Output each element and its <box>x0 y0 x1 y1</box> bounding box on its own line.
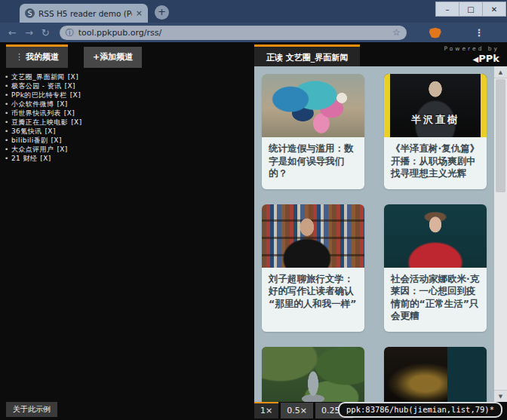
back-icon[interactable]: ← <box>8 27 17 38</box>
poster-text: 半沢直樹 <box>384 113 487 127</box>
article-image <box>384 204 487 268</box>
channel-label[interactable]: 文艺圈_界面新闻 <box>11 73 65 81</box>
tab-title: RSS H5 reader demo (Powered <box>38 9 132 18</box>
channel-item: 大众点评用户[X] <box>5 145 246 154</box>
channel-label[interactable]: 36氪快讯 <box>11 127 41 135</box>
channel-remove[interactable]: [X] <box>64 109 75 117</box>
scrollbar-thumb[interactable] <box>496 79 505 192</box>
channel-remove[interactable]: [X] <box>45 127 55 135</box>
channel-item: 极客公园 - 资讯[X] <box>5 81 246 90</box>
browser-navbar: ← → ↻ ⓘ tool.ppkpub.org/rss/ ☆ ⋮ <box>0 23 507 42</box>
article-image <box>384 347 487 403</box>
reload-icon[interactable]: ↻ <box>41 27 50 38</box>
forward-icon[interactable]: → <box>25 27 33 38</box>
article-card[interactable]: 社会活动家娜欧米·克莱因：一心想回到疫情前的“正常生活”只会更糟 <box>384 204 487 332</box>
channel-remove[interactable]: [X] <box>70 91 81 99</box>
channel-label[interactable]: 豆瓣正在上映电影 <box>11 118 68 126</box>
minimize-button[interactable]: – <box>435 2 459 17</box>
channel-label[interactable]: 大众点评用户 <box>11 146 54 153</box>
article-card[interactable]: 刘子超聊旅行文学：好的写作让读者确认“那里的人和我一样” <box>262 204 364 332</box>
channel-item: 36氪快讯[X] <box>5 127 246 136</box>
tab-favicon-icon: S <box>25 8 35 18</box>
article-image <box>262 74 364 137</box>
channel-item: PPk的巴比特专栏[X] <box>5 90 246 100</box>
channel-label[interactable]: 币世界快讯列表 <box>11 109 61 117</box>
channel-label[interactable]: 21 财经 <box>11 155 37 162</box>
bookmark-star-icon[interactable]: ☆ <box>392 27 401 38</box>
scroll-up-icon[interactable]: ▲ <box>494 66 507 78</box>
window-controls: – □ ✕ <box>436 2 506 17</box>
channel-remove[interactable]: [X] <box>71 118 81 126</box>
channel-remove[interactable]: [X] <box>65 82 75 90</box>
feed-scrollbar[interactable]: ▲ ▼ <box>494 66 507 402</box>
article-image: 半沢直樹 <box>384 74 487 137</box>
channel-remove[interactable]: [X] <box>40 155 51 162</box>
article-card[interactable]: 《奥州小道》：松尾芭 <box>262 347 364 403</box>
close-button[interactable]: ✕ <box>482 2 506 17</box>
channel-item: 币世界快讯列表[X] <box>5 109 246 118</box>
channel-remove[interactable]: [X] <box>51 136 61 144</box>
zoom-05x-button[interactable]: 0.5× <box>281 403 313 418</box>
article-title: 《半泽直树·复仇篇》开播：从职场爽剧中找寻理想主义光辉 <box>384 137 487 189</box>
browser-menu-icon[interactable]: ⋮ <box>475 27 484 38</box>
url-text[interactable]: tool.ppkpub.org/rss/ <box>78 28 388 38</box>
channel-remove[interactable]: [X] <box>57 100 67 108</box>
article-title: 社会活动家娜欧米·克莱因：一心想回到疫情前的“正常生活”只会更糟 <box>384 268 487 332</box>
url-bar[interactable]: ⓘ tool.ppkpub.org/rss/ ☆ <box>60 26 407 40</box>
list-icon: ⋮ <box>15 52 23 62</box>
browser-titlebar: S RSS H5 reader demo (Powered × + – □ ✕ <box>0 0 507 23</box>
channel-label[interactable]: PPk的巴比特专栏 <box>11 91 67 99</box>
article-title: 刘子超聊旅行文学：好的写作让读者确认“那里的人和我一样” <box>262 268 364 320</box>
article-image <box>262 347 364 403</box>
zoom-1x-button[interactable]: 1× <box>254 402 278 418</box>
article-image <box>262 204 364 268</box>
channel-list: 文艺圈_界面新闻[X] 极客公园 - 资讯[X] PPk的巴比特专栏[X] 小众… <box>5 72 246 163</box>
channel-remove[interactable]: [X] <box>57 146 67 153</box>
ppk-address-badge[interactable]: ppk:83786/hub(jiemian,list,79)* <box>338 402 502 418</box>
add-channel-button[interactable]: +添加频道 <box>84 47 142 68</box>
my-channels-label: 我的频道 <box>26 52 59 62</box>
browser-tab[interactable]: S RSS H5 reader demo (Powered × <box>20 4 148 23</box>
site-info-icon[interactable]: ⓘ <box>66 27 74 38</box>
channel-label[interactable]: 小众软件微博 <box>11 100 54 108</box>
article-title: 统计造假与滥用：数字是如何误导我们的？ <box>262 137 364 189</box>
about-example-button[interactable]: 关于此示例 <box>6 402 57 417</box>
powered-by-text: Powered by <box>444 45 499 52</box>
article-card[interactable]: 统计造假与滥用：数字是如何误导我们的？ <box>262 74 364 189</box>
channel-label[interactable]: bilibili番剧 <box>11 136 48 144</box>
tab-close-icon[interactable]: × <box>136 8 143 18</box>
channel-item: 21 财经[X] <box>5 154 246 163</box>
channel-item: 小众软件微博[X] <box>5 100 246 109</box>
channel-remove[interactable]: [X] <box>68 73 78 81</box>
article-card[interactable]: 居家工作的日子里，你 <box>384 347 487 403</box>
metamask-fox-icon[interactable] <box>429 27 441 38</box>
channel-item: 文艺圈_界面新闻[X] <box>5 72 246 81</box>
my-channels-button[interactable]: ⋮我的频道 <box>6 44 68 68</box>
ppk-logo-text: PPk <box>478 53 499 64</box>
scroll-down-icon[interactable]: ▼ <box>494 390 507 402</box>
article-card[interactable]: 半沢直樹 《半泽直树·复仇篇》开播：从职场爽剧中找寻理想主义光辉 <box>384 74 487 189</box>
new-tab-button[interactable]: + <box>155 5 169 20</box>
channel-item: 豆瓣正在上映电影[X] <box>5 118 246 127</box>
channel-label[interactable]: 极客公园 - 资讯 <box>11 82 62 90</box>
powered-by-logo: Powered by ◀PPk <box>444 45 499 64</box>
article-feed-panel: 统计造假与滥用：数字是如何误导我们的？ 半沢直樹 《半泽直树·复仇篇》开播：从职… <box>254 66 494 402</box>
maximize-button[interactable]: □ <box>459 2 483 17</box>
channel-item: bilibili番剧[X] <box>5 136 246 145</box>
article-grid: 统计造假与滥用：数字是如何误导我们的？ 半沢直樹 《半泽直树·复仇篇》开播：从职… <box>262 74 487 402</box>
